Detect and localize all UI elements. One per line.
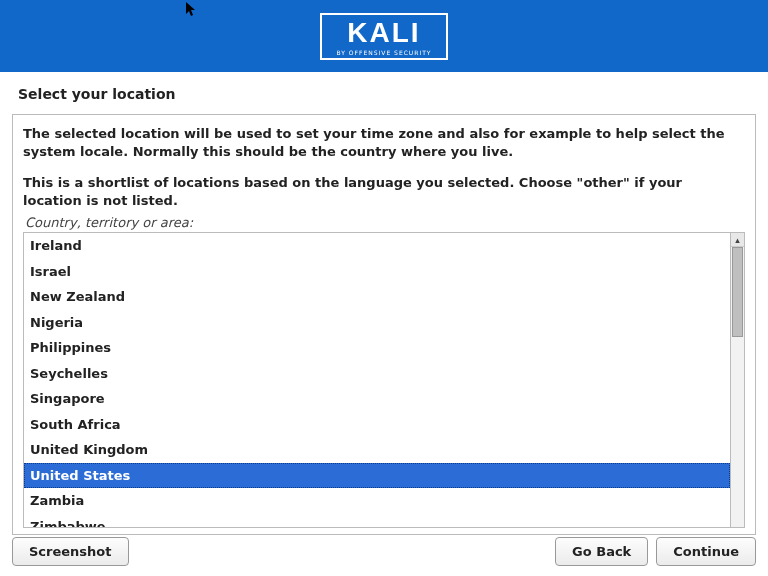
location-item[interactable]: Nigeria <box>24 310 730 336</box>
scrollbar[interactable]: ▴ <box>730 233 744 527</box>
logo-tagline: BY OFFENSIVE SECURITY <box>336 49 431 56</box>
location-item[interactable]: Zambia <box>24 488 730 514</box>
location-item[interactable]: New Zealand <box>24 284 730 310</box>
description-1: The selected location will be used to se… <box>23 125 745 160</box>
location-item[interactable]: Zimbabwe <box>24 514 730 528</box>
location-item[interactable]: South Africa <box>24 412 730 438</box>
location-item[interactable]: Singapore <box>24 386 730 412</box>
location-item[interactable]: Philippines <box>24 335 730 361</box>
location-item[interactable]: United States <box>24 463 730 489</box>
logo-text: KALI <box>347 19 420 47</box>
kali-logo: KALI BY OFFENSIVE SECURITY <box>320 13 447 60</box>
location-listbox: IrelandIsraelNew ZealandNigeriaPhilippin… <box>23 232 745 528</box>
location-item[interactable]: Ireland <box>24 233 730 259</box>
scroll-up-button[interactable]: ▴ <box>731 233 744 247</box>
page-title: Select your location <box>0 72 768 110</box>
screenshot-button[interactable]: Screenshot <box>12 537 129 566</box>
continue-button[interactable]: Continue <box>656 537 756 566</box>
location-item[interactable]: Seychelles <box>24 361 730 387</box>
go-back-button[interactable]: Go Back <box>555 537 648 566</box>
content-panel: The selected location will be used to se… <box>12 114 756 535</box>
scroll-thumb[interactable] <box>732 247 743 337</box>
description-2: This is a shortlist of locations based o… <box>23 174 745 209</box>
mouse-cursor-icon <box>186 2 198 18</box>
location-item[interactable]: Israel <box>24 259 730 285</box>
location-item[interactable]: United Kingdom <box>24 437 730 463</box>
header-banner: KALI BY OFFENSIVE SECURITY <box>0 0 768 72</box>
button-bar: Screenshot Go Back Continue <box>0 537 768 566</box>
location-list-scroll[interactable]: IrelandIsraelNew ZealandNigeriaPhilippin… <box>24 233 730 527</box>
list-label: Country, territory or area: <box>25 215 745 230</box>
